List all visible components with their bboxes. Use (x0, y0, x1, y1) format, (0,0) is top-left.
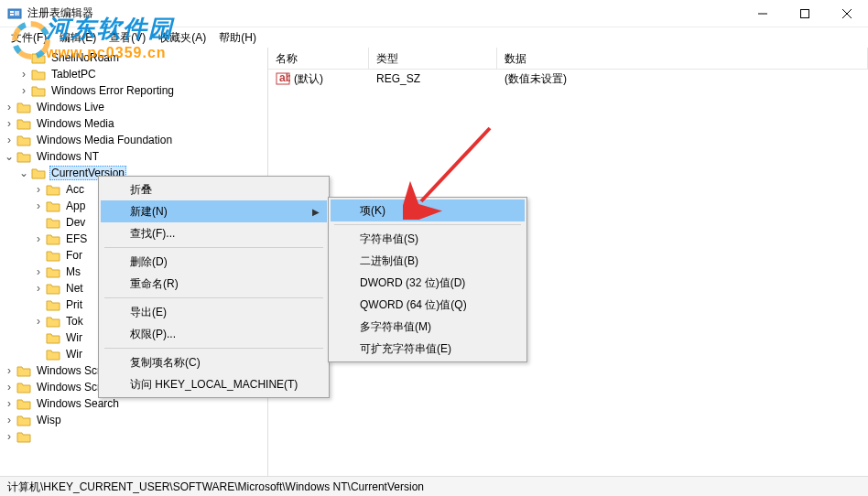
app-icon (7, 6, 22, 21)
tree-item-label: Ms (64, 265, 82, 278)
menu-file[interactable]: 文件(F) (5, 28, 52, 48)
cm-permissions[interactable]: 权限(P)... (101, 323, 327, 345)
submenu-arrow-icon: ▶ (312, 207, 320, 217)
value-data-cell: (数值未设置) (497, 70, 868, 89)
column-type[interactable]: 类型 (369, 48, 497, 69)
chevron-right-icon[interactable]: › (2, 397, 16, 410)
chevron-right-icon[interactable]: › (2, 101, 16, 113)
cm-rename[interactable]: 重命名(R) (101, 273, 327, 295)
tree-item[interactable]: ShellNoRoam (0, 49, 267, 66)
cm-collapse[interactable]: 折叠 (101, 178, 327, 200)
svg-rect-5 (801, 9, 809, 17)
tree-item-label: Acc (64, 183, 86, 196)
chevron-right-icon[interactable]: › (16, 84, 31, 97)
titlebar: 注册表编辑器 (0, 0, 868, 27)
folder-icon (46, 249, 60, 262)
folder-icon (16, 397, 31, 410)
folder-icon (46, 298, 60, 311)
cm-new[interactable]: 新建(N)▶ (101, 200, 327, 222)
cm-new-qword[interactable]: QWORD (64 位)值(Q) (331, 294, 525, 316)
svg-rect-2 (10, 14, 14, 16)
folder-icon (16, 101, 31, 113)
tree-item-label: Wir (64, 331, 84, 344)
maximize-button[interactable] (784, 0, 826, 27)
value-name-cell: ab (默认) (268, 70, 369, 89)
minimize-button[interactable] (742, 0, 784, 27)
chevron-right-icon[interactable]: › (2, 381, 16, 394)
tree-item[interactable]: ›Windows Media Foundation (0, 132, 267, 148)
menubar: 文件(F) 编辑(E) 查看(V) 收藏夹(A) 帮助(H) (0, 27, 868, 48)
cm-goto[interactable]: 访问 HKEY_LOCAL_MACHINE(T) (101, 373, 327, 395)
tree-item[interactable]: ›Wisp (0, 412, 267, 428)
cm-delete[interactable]: 删除(D) (101, 251, 327, 273)
window-controls (742, 0, 868, 27)
tree-item-label: Net (64, 282, 85, 295)
close-button[interactable] (826, 0, 868, 27)
chevron-down-icon[interactable]: ⌄ (2, 150, 16, 163)
chevron-right-icon[interactable]: › (2, 117, 16, 130)
chevron-right-icon[interactable]: › (2, 414, 16, 426)
chevron-right-icon[interactable]: › (16, 68, 31, 81)
chevron-right-icon[interactable]: › (31, 199, 46, 212)
folder-icon (46, 265, 60, 278)
chevron-right-icon[interactable]: › (31, 265, 46, 278)
cm-find[interactable]: 查找(F)... (101, 222, 327, 244)
folder-icon (16, 150, 31, 163)
folder-icon (16, 414, 31, 426)
chevron-down-icon[interactable]: ⌄ (16, 167, 31, 179)
tree-item-label: Windows Search (35, 397, 121, 410)
folder-icon (46, 282, 60, 295)
folder-icon (16, 117, 31, 130)
cm-new-binary[interactable]: 二进制值(B) (331, 250, 525, 272)
tree-item[interactable]: ›Windows Media (0, 115, 267, 132)
chevron-right-icon[interactable]: › (31, 183, 46, 196)
chevron-right-icon[interactable]: › (31, 315, 46, 328)
chevron-right-icon[interactable]: › (2, 134, 16, 146)
menu-help[interactable]: 帮助(H) (213, 28, 262, 48)
cm-copy-key[interactable]: 复制项名称(C) (101, 351, 327, 373)
folder-icon (16, 381, 31, 394)
cm-new-key[interactable]: 项(K) (331, 199, 525, 221)
window-title: 注册表编辑器 (27, 5, 742, 21)
tree-item[interactable]: › (0, 428, 267, 445)
cm-new-expand[interactable]: 可扩充字符串值(E) (331, 338, 525, 360)
context-menu-main: 折叠 新建(N)▶ 查找(F)... 删除(D) 重命名(R) 导出(E) 权限… (98, 176, 330, 398)
menu-favorites[interactable]: 收藏夹(A) (153, 28, 212, 48)
separator (104, 247, 323, 248)
tree-item-label: Tok (64, 315, 85, 328)
tree-item[interactable]: ›Windows Live (0, 99, 267, 115)
chevron-right-icon[interactable]: › (2, 364, 16, 377)
status-path: 计算机\HKEY_CURRENT_USER\SOFTWARE\Microsoft… (7, 480, 424, 493)
tree-item-label: App (64, 199, 87, 212)
cm-new-dword[interactable]: DWORD (32 位)值(D) (331, 272, 525, 294)
menu-view[interactable]: 查看(V) (103, 28, 151, 48)
tree-item[interactable]: ⌄Windows NT (0, 148, 267, 165)
list-row[interactable]: ab (默认) REG_SZ (数值未设置) (268, 70, 868, 88)
tree-item[interactable]: ›TabletPC (0, 66, 267, 82)
list-header: 名称 类型 数据 (268, 48, 868, 70)
context-menu-new-submenu: 项(K) 字符串值(S) 二进制值(B) DWORD (32 位)值(D) QW… (328, 197, 527, 362)
separator (104, 297, 323, 298)
chevron-right-icon[interactable]: › (31, 232, 46, 245)
folder-icon (46, 216, 60, 229)
chevron-right-icon[interactable]: › (31, 282, 46, 295)
folder-icon (31, 167, 46, 179)
string-value-icon: ab (276, 72, 290, 85)
tree-item[interactable]: ›Windows Error Reporting (0, 82, 267, 99)
tree-item-label: Prit (64, 298, 84, 311)
folder-icon (46, 331, 60, 344)
chevron-right-icon[interactable]: › (2, 430, 16, 443)
menu-edit[interactable]: 编辑(E) (54, 28, 102, 48)
cm-export[interactable]: 导出(E) (101, 301, 327, 323)
folder-icon (46, 315, 60, 328)
value-type-cell: REG_SZ (369, 70, 497, 87)
tree-item-label: Wir (64, 348, 84, 361)
column-data[interactable]: 数据 (497, 48, 868, 69)
tree-item-label: Windows Error Reporting (49, 84, 176, 97)
cm-new-multi[interactable]: 多字符串值(M) (331, 316, 525, 338)
folder-icon (46, 232, 60, 245)
folder-icon (31, 68, 46, 81)
cm-new-string[interactable]: 字符串值(S) (331, 228, 525, 250)
tree-item-label: For (64, 249, 84, 262)
column-name[interactable]: 名称 (268, 48, 369, 69)
